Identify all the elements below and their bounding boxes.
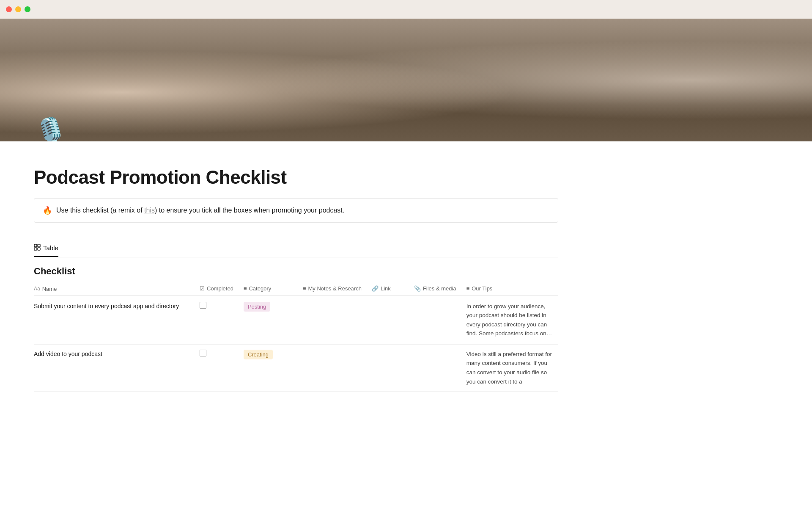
checklist-table: Aa Name ☑ Completed ≡ Category bbox=[34, 282, 558, 392]
col-name-icon: Aa bbox=[34, 286, 40, 292]
row1-checkbox[interactable] bbox=[200, 302, 206, 309]
row2-category-badge[interactable]: Creating bbox=[244, 350, 273, 360]
col-tips-icon: ≡ bbox=[466, 285, 470, 292]
page-content: Podcast Promotion Checklist 🔥 Use this c… bbox=[0, 141, 592, 392]
row1-tips: In order to grow your audience, your pod… bbox=[461, 295, 558, 344]
main-content: 🎙️ Podcast Promotion Checklist 🔥 Use thi… bbox=[0, 19, 812, 392]
row1-link[interactable] bbox=[367, 295, 409, 344]
table-row: Add video to your podcast Creating Video… bbox=[34, 344, 558, 391]
col-header-completed: ☑ Completed bbox=[195, 282, 239, 295]
callout-link[interactable]: this bbox=[144, 207, 155, 214]
row1-name[interactable]: Submit your content to every podcast app… bbox=[34, 295, 195, 344]
table-icon bbox=[34, 244, 41, 252]
row2-name[interactable]: Add video to your podcast bbox=[34, 344, 195, 391]
svg-rect-1 bbox=[38, 244, 40, 247]
callout-box: 🔥 Use this checklist (a remix of this) t… bbox=[34, 198, 558, 223]
row2-files[interactable] bbox=[409, 344, 461, 391]
row2-checkbox[interactable] bbox=[200, 350, 206, 356]
callout-emoji: 🔥 bbox=[43, 206, 52, 215]
row1-category: Posting bbox=[239, 295, 298, 344]
tabs-container: Table bbox=[34, 240, 558, 257]
row1-files[interactable] bbox=[409, 295, 461, 344]
callout-text-after: ) to ensure you tick all the boxes when … bbox=[155, 207, 344, 214]
col-header-notes: ≡ My Notes & Research bbox=[298, 282, 367, 295]
row1-category-badge[interactable]: Posting bbox=[244, 302, 270, 312]
hero-scene bbox=[0, 19, 812, 141]
col-header-link: 🔗 Link bbox=[367, 282, 409, 295]
svg-rect-2 bbox=[34, 248, 37, 250]
tab-table-label: Table bbox=[43, 244, 58, 251]
col-header-name: Aa Name bbox=[34, 282, 195, 295]
row2-category: Creating bbox=[239, 344, 298, 391]
svg-rect-0 bbox=[34, 244, 37, 247]
minimize-button[interactable] bbox=[15, 6, 21, 12]
col-completed-icon: ☑ bbox=[200, 285, 205, 292]
col-header-tips: ≡ Our Tips bbox=[461, 282, 558, 295]
row2-completed bbox=[195, 344, 239, 391]
maximize-button[interactable] bbox=[25, 6, 30, 12]
page-icon: 🎙️ bbox=[34, 119, 68, 141]
close-button[interactable] bbox=[6, 6, 12, 12]
callout-text: Use this checklist (a remix of this) to … bbox=[56, 205, 344, 215]
row2-tips: Video is still a preferred format for ma… bbox=[461, 344, 558, 391]
callout-text-before: Use this checklist (a remix of bbox=[56, 207, 144, 214]
hero-image: 🎙️ bbox=[0, 19, 812, 141]
col-files-icon: 📎 bbox=[414, 285, 421, 292]
tab-table[interactable]: Table bbox=[34, 240, 58, 257]
page-title: Podcast Promotion Checklist bbox=[34, 167, 558, 188]
table-section-title: Checklist bbox=[34, 266, 558, 277]
col-category-icon: ≡ bbox=[244, 285, 247, 292]
table-row: Submit your content to every podcast app… bbox=[34, 295, 558, 344]
title-bar bbox=[0, 0, 812, 19]
table-header-row: Aa Name ☑ Completed ≡ Category bbox=[34, 282, 558, 295]
row1-notes[interactable] bbox=[298, 295, 367, 344]
col-notes-icon: ≡ bbox=[303, 285, 306, 292]
col-link-icon: 🔗 bbox=[372, 285, 379, 292]
svg-rect-3 bbox=[38, 248, 40, 250]
row2-notes[interactable] bbox=[298, 344, 367, 391]
col-header-category: ≡ Category bbox=[239, 282, 298, 295]
col-header-files: 📎 Files & media bbox=[409, 282, 461, 295]
row1-completed bbox=[195, 295, 239, 344]
row2-link[interactable] bbox=[367, 344, 409, 391]
